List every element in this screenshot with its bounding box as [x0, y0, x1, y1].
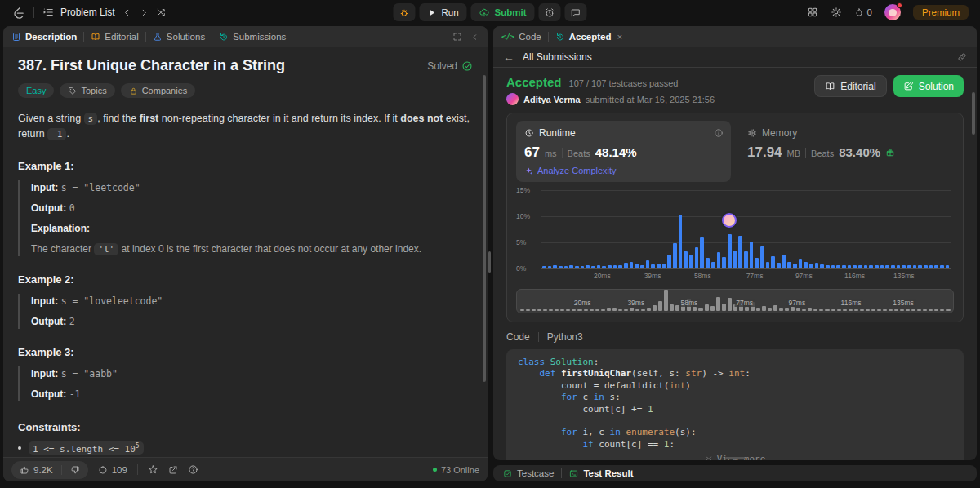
help-button[interactable]: [188, 464, 198, 475]
tag-icon: [68, 87, 77, 95]
favorite-button[interactable]: [148, 464, 158, 475]
example-1-heading: Example 1:: [18, 160, 473, 172]
tab-test-result[interactable]: Test Result: [569, 468, 633, 478]
sparkle-icon: [524, 166, 533, 175]
copy-link-icon[interactable]: [957, 52, 967, 62]
problem-statement: Given a string s, find the first non-rep…: [18, 111, 473, 143]
online-count: 73 Online: [441, 465, 479, 475]
streak-count: 0: [867, 7, 872, 17]
star-icon: [148, 464, 158, 475]
tab-submissions-label: Submissions: [233, 32, 286, 42]
flame-icon: [854, 7, 864, 18]
editorial-label: Editorial: [840, 81, 875, 92]
tab-editorial[interactable]: Editorial: [91, 32, 139, 42]
next-problem-icon[interactable]: [139, 7, 149, 18]
right-panel-tabs: </> Code Accepted ×: [493, 26, 977, 47]
notes-button[interactable]: [565, 3, 587, 21]
user-submission-marker[interactable]: [722, 213, 737, 228]
clock-icon: [524, 128, 534, 138]
example-1-block: Input: s = "leetcode" Output: 0 Explanat…: [18, 180, 473, 256]
problem-list-label: Problem List: [60, 7, 115, 18]
expand-icon[interactable]: [452, 32, 462, 42]
tab-editorial-label: Editorial: [105, 32, 139, 42]
comment-icon: [98, 465, 108, 475]
submit-label: Submit: [495, 7, 527, 17]
topics-label: Topics: [81, 86, 106, 95]
solution-button[interactable]: Solution: [893, 75, 964, 97]
problem-list-link[interactable]: Problem List: [60, 7, 115, 18]
streak-counter[interactable]: 0: [854, 7, 872, 18]
chart-minimap-brush[interactable]: 20ms39ms58ms77ms97ms116ms135ms: [516, 289, 954, 313]
tab-description[interactable]: Description: [11, 32, 77, 42]
gift-icon: [885, 148, 895, 157]
tab-submissions[interactable]: Submissions: [219, 32, 286, 42]
tab-code[interactable]: </> Code: [501, 32, 541, 42]
comments-button[interactable]: 109: [98, 465, 127, 475]
memory-value: 17.94: [747, 144, 782, 161]
testcase-label: Testcase: [517, 468, 554, 478]
tab-solutions-label: Solutions: [167, 32, 205, 42]
example-3-block: Input: s = "aabb" Output: -1: [18, 366, 473, 401]
collapse-left-icon[interactable]: [470, 33, 479, 42]
editorial-button[interactable]: Editorial: [814, 75, 886, 97]
code-block[interactable]: class Solution: def firstUniqChar(self, …: [506, 349, 964, 460]
author-name: Aditya Verma: [523, 95, 581, 104]
all-submissions-label[interactable]: All Submissions: [523, 51, 592, 63]
timer-button[interactable]: [539, 3, 561, 21]
shuffle-icon[interactable]: [156, 7, 167, 18]
tab-accepted[interactable]: Accepted ×: [555, 32, 623, 42]
premium-button[interactable]: Premium: [913, 5, 969, 20]
divider: [561, 468, 562, 478]
submitted-at: submitted at Mar 16, 2025 21:56: [586, 95, 715, 104]
divider: [212, 32, 212, 42]
runtime-stat[interactable]: Runtime 67 ms Beats 48.14%: [516, 121, 731, 182]
example-3-heading: Example 3:: [18, 346, 473, 358]
problem-footer: 9.2K 109 73 Online: [3, 457, 488, 481]
panel-resize-handle[interactable]: [488, 251, 491, 273]
back-icon[interactable]: ←: [503, 51, 514, 64]
submission-detail: Accepted 107 / 107 testcases passed Adit…: [493, 68, 977, 460]
testcases-passed: 107 / 107 testcases passed: [569, 78, 679, 88]
vote-group: 9.2K: [11, 461, 88, 479]
description-icon: [11, 32, 21, 42]
topics-chip[interactable]: Topics: [60, 83, 114, 98]
memory-label: Memory: [762, 127, 797, 139]
stats-card: Runtime 67 ms Beats 48.14%: [506, 113, 964, 322]
chart-x-labels: 20ms39ms58ms77ms97ms116ms135ms: [541, 272, 951, 282]
apps-grid-icon[interactable]: [807, 7, 818, 18]
settings-gear-icon[interactable]: [831, 7, 842, 18]
console-resize-handle[interactable]: [725, 457, 745, 459]
downvote-button[interactable]: [62, 461, 88, 479]
analyze-complexity-link[interactable]: Analyze Complexity: [524, 166, 723, 175]
leetcode-logo[interactable]: [11, 6, 25, 20]
difficulty-badge[interactable]: Easy: [18, 83, 54, 98]
right-scrollbar[interactable]: [972, 92, 975, 135]
notification-dot: [897, 2, 902, 8]
share-button[interactable]: [168, 465, 178, 475]
problem-list-icon[interactable]: [42, 7, 54, 18]
debug-button[interactable]: [393, 3, 415, 21]
tab-solutions[interactable]: Solutions: [153, 32, 205, 42]
prev-problem-icon[interactable]: [122, 7, 132, 18]
test-result-label: Test Result: [583, 468, 633, 478]
code-language[interactable]: Python3: [547, 331, 583, 343]
y-tick: 5%: [516, 238, 536, 246]
runtime-label: Runtime: [539, 127, 576, 139]
left-scrollbar[interactable]: [483, 75, 486, 382]
info-icon[interactable]: [714, 128, 724, 138]
thumbs-down-icon: [70, 465, 80, 475]
console-bar: Testcase Test Result: [493, 465, 977, 481]
constraints-list: 1 <= s.length <= 105 sconsists of only l…: [18, 441, 473, 457]
solved-check-icon: [461, 60, 473, 72]
submit-button[interactable]: Submit: [471, 3, 535, 21]
code-icon: </>: [501, 33, 514, 41]
submission-clock-icon: [555, 32, 565, 42]
run-button[interactable]: Run: [419, 3, 466, 21]
close-tab-icon[interactable]: ×: [617, 32, 623, 42]
tab-testcase[interactable]: Testcase: [503, 468, 554, 478]
companies-chip[interactable]: Companies: [121, 83, 196, 98]
user-avatar[interactable]: [884, 4, 901, 20]
memory-stat[interactable]: Memory 17.94 MB Beats 83.40%: [739, 121, 954, 182]
upvote-button[interactable]: 9.2K: [11, 461, 61, 479]
y-tick: 10%: [516, 212, 536, 220]
